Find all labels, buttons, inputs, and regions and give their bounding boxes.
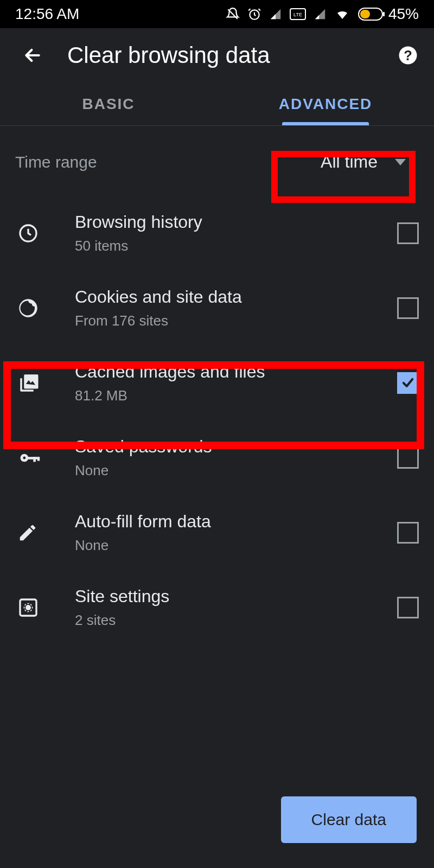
time-range-label: Time range	[15, 153, 308, 171]
option-cookies[interactable]: Cookies and site data From 176 sites	[0, 271, 434, 346]
volte-icon: LTE	[290, 8, 306, 20]
time-range-row: Time range All time	[0, 126, 434, 196]
site-settings-icon	[17, 597, 39, 618]
option-cached-images[interactable]: Cached images and files 81.2 MB	[0, 346, 434, 420]
time-range-dropdown[interactable]: All time	[308, 145, 419, 178]
svg-rect-13	[24, 374, 38, 388]
page-title: Clear browsing data	[67, 42, 373, 68]
option-subtitle: 2 sites	[75, 612, 397, 629]
help-icon: ?	[398, 46, 418, 65]
wifi-icon	[334, 8, 350, 21]
option-site-settings[interactable]: Site settings 2 sites	[0, 570, 434, 645]
signal-icon-2	[314, 8, 327, 20]
pencil-icon	[17, 522, 38, 543]
clear-data-button[interactable]: Clear data	[281, 796, 417, 843]
status-icons: LTE 45%	[226, 5, 419, 23]
option-title: Cookies and site data	[75, 287, 397, 307]
option-saved-passwords[interactable]: Saved passwords None	[0, 420, 434, 495]
option-browsing-history[interactable]: Browsing history 50 items	[0, 196, 434, 271]
checkbox-autofill[interactable]	[397, 522, 419, 544]
help-button[interactable]: ?	[395, 42, 421, 68]
back-arrow-icon	[22, 44, 43, 66]
option-title: Auto-fill form data	[75, 512, 397, 532]
option-title: Saved passwords	[75, 437, 397, 457]
svg-point-12	[28, 312, 30, 315]
svg-rect-4	[383, 12, 385, 16]
checkbox-cached-images[interactable]	[397, 372, 419, 394]
tab-advanced[interactable]: ADVANCED	[217, 82, 434, 125]
option-subtitle: 50 items	[75, 238, 397, 254]
option-subtitle: 81.2 MB	[75, 387, 397, 404]
checkbox-passwords[interactable]	[397, 447, 419, 469]
tabs: BASIC ADVANCED	[0, 82, 434, 126]
svg-point-11	[29, 309, 31, 311]
history-icon	[17, 222, 39, 244]
battery-percent: 45%	[388, 5, 419, 23]
svg-point-10	[23, 310, 25, 312]
tab-basic-label: BASIC	[82, 95, 135, 113]
battery-icon	[358, 8, 385, 21]
tab-advanced-label: ADVANCED	[279, 95, 373, 113]
status-time: 12:56 AM	[15, 5, 79, 23]
option-title: Browsing history	[75, 212, 397, 232]
checkbox-cookies[interactable]	[397, 297, 419, 319]
tab-basic[interactable]: BASIC	[0, 82, 217, 125]
time-range-value: All time	[321, 152, 378, 172]
svg-rect-16	[33, 457, 36, 462]
alarm-icon	[247, 7, 261, 21]
status-bar: 12:56 AM LTE 45%	[0, 0, 434, 28]
option-subtitle: None	[75, 462, 397, 479]
svg-text:LTE: LTE	[293, 12, 302, 17]
clear-data-label: Clear data	[311, 810, 386, 828]
app-bar: Clear browsing data ?	[0, 28, 434, 82]
svg-point-18	[23, 457, 25, 459]
back-button[interactable]	[20, 42, 46, 68]
option-title: Site settings	[75, 586, 397, 607]
options-list: Browsing history 50 items Cookies and si…	[0, 196, 434, 645]
checkbox-browsing-history[interactable]	[397, 222, 419, 244]
key-icon	[17, 446, 41, 470]
svg-text:?: ?	[404, 48, 412, 63]
svg-point-9	[24, 305, 27, 308]
images-icon	[17, 372, 40, 394]
signal-icon	[269, 8, 282, 20]
option-autofill[interactable]: Auto-fill form data None	[0, 495, 434, 570]
svg-rect-17	[37, 457, 40, 461]
checkbox-site-settings[interactable]	[397, 597, 419, 618]
notifications-off-icon	[226, 7, 240, 21]
option-subtitle: From 176 sites	[75, 312, 397, 329]
chevron-down-icon	[395, 159, 406, 165]
cookie-icon	[17, 297, 39, 319]
svg-point-20	[25, 605, 31, 610]
option-title: Cached images and files	[75, 362, 397, 382]
svg-rect-5	[360, 10, 370, 18]
option-subtitle: None	[75, 537, 397, 554]
